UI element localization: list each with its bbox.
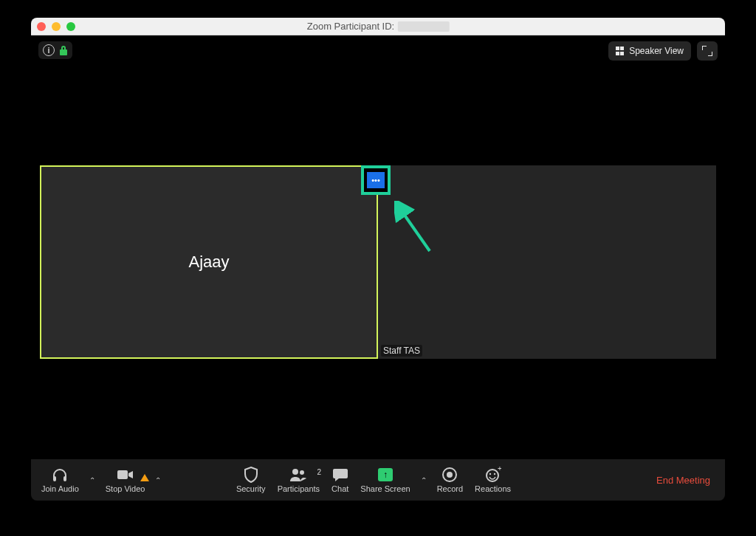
security-button[interactable]: Security bbox=[230, 467, 272, 493]
svg-rect-1 bbox=[53, 476, 56, 481]
share-options-caret-icon[interactable]: ⌃ bbox=[416, 476, 431, 484]
share-screen-button[interactable]: ↑ Share Screen bbox=[354, 467, 416, 493]
svg-point-10 bbox=[493, 473, 495, 475]
share-screen-icon: ↑ bbox=[378, 467, 393, 483]
window-title: Zoom Participant ID: bbox=[307, 21, 450, 32]
titlebar: Zoom Participant ID: bbox=[31, 18, 725, 35]
window-controls bbox=[37, 22, 75, 31]
chat-icon bbox=[332, 467, 348, 483]
participants-button[interactable]: Participants 2 bbox=[272, 467, 326, 493]
record-label: Record bbox=[437, 484, 463, 493]
stop-video-button[interactable]: Stop Video bbox=[100, 467, 151, 493]
chat-button[interactable]: Chat bbox=[326, 467, 354, 493]
participant-name-label: Staff TAS bbox=[381, 345, 422, 357]
reactions-label: Reactions bbox=[475, 484, 511, 493]
camera-icon bbox=[117, 467, 134, 483]
participants-icon bbox=[289, 467, 307, 483]
minimize-window-button[interactable] bbox=[52, 22, 61, 31]
svg-line-0 bbox=[399, 207, 430, 251]
record-button[interactable]: Record bbox=[431, 467, 469, 493]
toolbar-center-group: Security Participants 2 Chat ↑ Share bbox=[230, 467, 517, 493]
svg-text:+: + bbox=[498, 467, 501, 473]
join-audio-button[interactable]: Join Audio bbox=[35, 467, 85, 493]
close-window-button[interactable] bbox=[37, 22, 46, 31]
more-dots-icon: ••• bbox=[371, 176, 380, 185]
toolbar-right-group: End Meeting bbox=[646, 475, 721, 486]
end-meeting-button[interactable]: End Meeting bbox=[646, 475, 721, 486]
participants-count-badge: 2 bbox=[317, 468, 322, 476]
end-meeting-label: End Meeting bbox=[656, 475, 710, 486]
chat-label: Chat bbox=[331, 484, 348, 493]
participants-label: Participants bbox=[278, 484, 320, 493]
toolbar-left-group: Join Audio ⌃ Stop Video ⌃ bbox=[35, 467, 165, 493]
speaker-view-button[interactable]: Speaker View bbox=[608, 41, 691, 61]
share-screen-label: Share Screen bbox=[360, 484, 410, 493]
title-prefix: Zoom Participant ID: bbox=[307, 21, 395, 32]
svg-point-5 bbox=[300, 470, 304, 475]
meeting-info-overlay: i bbox=[38, 41, 72, 59]
svg-point-9 bbox=[489, 473, 490, 475]
stop-video-label: Stop Video bbox=[106, 484, 145, 493]
fullscreen-icon bbox=[702, 46, 712, 56]
info-icon[interactable]: i bbox=[43, 44, 55, 56]
maximize-window-button[interactable] bbox=[66, 22, 75, 31]
view-controls: Speaker View bbox=[608, 41, 718, 61]
tile-more-options-button[interactable]: ••• bbox=[367, 172, 385, 188]
record-icon bbox=[442, 467, 457, 483]
shield-icon bbox=[244, 467, 258, 483]
warning-icon bbox=[140, 474, 149, 481]
fullscreen-button[interactable] bbox=[697, 41, 718, 61]
encryption-lock-icon[interactable] bbox=[59, 45, 68, 55]
video-options-caret-icon[interactable]: ⌃ bbox=[151, 476, 165, 484]
svg-rect-3 bbox=[117, 470, 128, 479]
speaker-view-label: Speaker View bbox=[629, 46, 684, 56]
headphones-icon bbox=[52, 467, 68, 483]
gallery-icon bbox=[616, 47, 625, 55]
join-audio-label: Join Audio bbox=[41, 484, 79, 493]
annotation-highlight-box: ••• bbox=[361, 165, 391, 195]
meeting-toolbar: Join Audio ⌃ Stop Video ⌃ Security bbox=[31, 459, 725, 501]
reactions-icon: + bbox=[485, 467, 501, 483]
audio-options-caret-icon[interactable]: ⌃ bbox=[85, 476, 100, 484]
video-tile[interactable]: Staff TAS bbox=[378, 165, 716, 359]
video-tile-active[interactable]: Ajaay bbox=[40, 165, 378, 359]
zoom-window: Zoom Participant ID: i Speaker View Ajaa… bbox=[31, 18, 725, 501]
meeting-area: i Speaker View Ajaay Staff TAS bbox=[31, 35, 725, 459]
reactions-button[interactable]: + Reactions bbox=[469, 467, 517, 493]
svg-point-4 bbox=[292, 469, 298, 475]
participant-id-masked bbox=[397, 21, 449, 32]
security-label: Security bbox=[236, 484, 266, 493]
svg-point-7 bbox=[447, 472, 453, 478]
participant-name-center: Ajaay bbox=[188, 252, 229, 272]
svg-rect-2 bbox=[63, 476, 66, 481]
annotation-arrow-icon bbox=[394, 201, 439, 260]
